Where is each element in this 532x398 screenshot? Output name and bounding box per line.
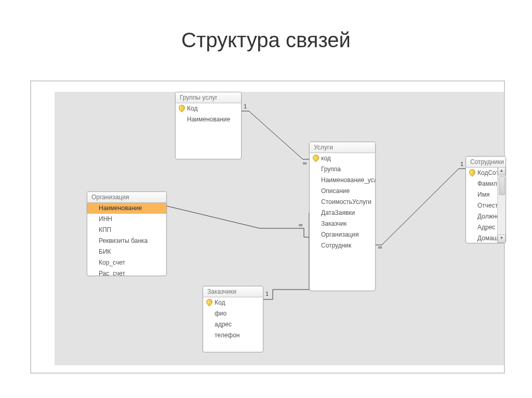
rel-employees-services-one: 1	[460, 161, 463, 167]
entity-services-field-2[interactable]: Наименование_услу	[310, 175, 375, 186]
entity-customers-field-3[interactable]: телефон	[203, 330, 263, 341]
entity-employees[interactable]: Сотрудники КодСотруд Фамилия Имя Отчеств…	[466, 156, 506, 243]
entity-services-field-1[interactable]: Группа	[310, 164, 375, 175]
entity-groups-field-0[interactable]: Код	[176, 103, 241, 114]
entity-org-field-4[interactable]: БИК	[87, 246, 166, 257]
scroll-down-button[interactable]: ▼	[498, 235, 506, 243]
page-title: Структура связей	[0, 0, 532, 52]
entity-groups-field-1[interactable]: Наименование	[176, 114, 241, 125]
entity-groups[interactable]: Группы услуг Код Наименование	[175, 92, 242, 159]
entity-employees-title: Сотрудники	[466, 157, 506, 168]
entity-services-field-8[interactable]: Сотрудник	[310, 240, 375, 251]
entity-services-field-5[interactable]: ДатаЗаявки	[310, 208, 375, 218]
entity-groups-title: Группы услуг	[176, 92, 241, 103]
rel-org-services-many: ∞	[299, 222, 303, 228]
entity-services-field-6[interactable]: Заказчик	[310, 218, 375, 229]
entity-services-field-3[interactable]: Описание	[310, 186, 375, 197]
entity-services-field-0[interactable]: код	[310, 153, 375, 164]
entity-customers-field-0[interactable]: Код	[203, 297, 263, 308]
entity-org-field-0[interactable]: Наименование	[87, 203, 166, 214]
entity-services-title: Услуги	[310, 142, 375, 153]
entity-customers-title: Заказчики	[203, 286, 263, 297]
scroll-up-button[interactable]: ▲	[498, 167, 506, 175]
entity-services-field-7[interactable]: Организация	[310, 229, 375, 240]
scroll-thumb[interactable]	[499, 176, 505, 195]
rel-employees-services-many: ∞	[378, 244, 382, 250]
rel-customers-services-one: 1	[265, 291, 269, 297]
rel-groups-services-many: ∞	[303, 160, 307, 166]
entity-org[interactable]: Организация Наименование ИНН КПП Реквизи…	[87, 191, 167, 276]
entity-customers[interactable]: Заказчики Код фио адрес телефон	[203, 286, 263, 352]
diagram-canvas[interactable]: 1 ∞ ∞ 1 1 ∞ Группы услуг Код Наименовани…	[55, 92, 504, 365]
entity-services-field-4[interactable]: СтоимостьУслуги	[310, 197, 375, 208]
entity-services[interactable]: Услуги код Группа Наименование_услу Опис…	[309, 142, 376, 291]
entity-org-field-3[interactable]: Реквизиты банка	[87, 236, 166, 246]
entity-org-field-2[interactable]: КПП	[87, 225, 166, 236]
entity-org-title: Организация	[87, 192, 166, 203]
entity-org-field-5[interactable]: Кор_счет	[87, 257, 166, 268]
entity-customers-field-2[interactable]: адрес	[203, 319, 263, 330]
diagram-frame: 1 ∞ ∞ 1 1 ∞ Группы услуг Код Наименовани…	[30, 80, 505, 374]
entity-org-field-6[interactable]: Рас_счет	[87, 268, 166, 276]
entity-customers-field-1[interactable]: фио	[203, 308, 263, 319]
entity-org-field-1[interactable]: ИНН	[87, 214, 166, 225]
entity-employees-scrollbar[interactable]: ▲ ▼	[497, 167, 506, 243]
rel-groups-services-one: 1	[244, 103, 247, 109]
